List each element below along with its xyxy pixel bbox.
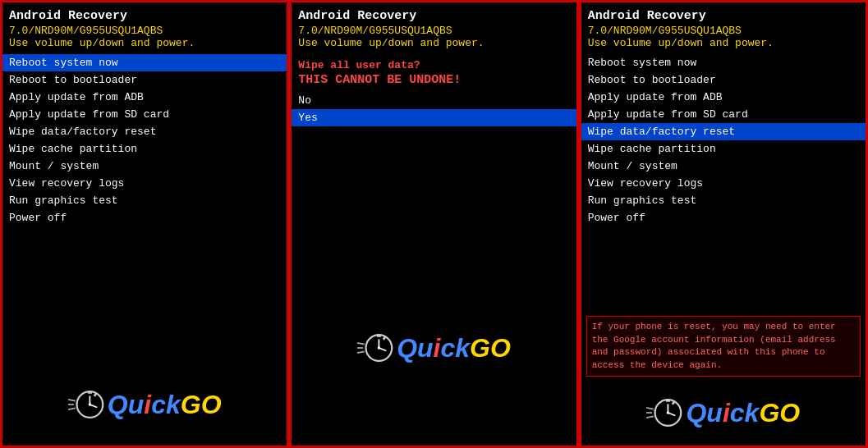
menu-item[interactable]: Wipe cache partition: [581, 140, 866, 158]
menu-item[interactable]: Wipe data/factory reset: [2, 123, 287, 140]
panel-3-menu: Reboot system now Reboot to bootloader A…: [581, 53, 866, 313]
info-box-text: If your phone is reset, you may need to …: [592, 321, 855, 372]
panel-2-header: Android Recovery 7.0/NRD90M/G955USQU1AQB…: [292, 2, 576, 53]
logo-text: QuickGO: [108, 390, 222, 420]
menu-item[interactable]: Mount / system: [2, 158, 287, 175]
clock-icon-3: [646, 395, 682, 431]
menu-item[interactable]: Apply update from SD card: [2, 106, 287, 123]
menu-item[interactable]: Reboot to bootloader: [581, 71, 866, 89]
menu-item-yes[interactable]: Yes: [292, 109, 576, 126]
svg-rect-25: [666, 400, 670, 402]
menu-item[interactable]: Wipe cache partition: [2, 140, 287, 158]
panel-2-version: 7.0/NRD90M/G955USQU1AQBS: [298, 25, 569, 37]
svg-rect-16: [377, 335, 381, 337]
menu-item-selected[interactable]: Wipe data/factory reset: [581, 123, 866, 140]
svg-line-9: [357, 343, 365, 345]
menu-item[interactable]: View recovery logs: [581, 175, 866, 192]
panel-1-menu: Reboot system now Reboot to bootloader A…: [2, 53, 287, 363]
menu-item[interactable]: Reboot to bootloader: [2, 71, 287, 89]
warning-text: Wipe all user data?: [292, 54, 576, 73]
svg-line-15: [379, 348, 387, 351]
warning-sub-text: THIS CANNOT BE UNDONE!: [292, 73, 576, 92]
panel-1-instruction: Use volume up/down and power.: [9, 37, 280, 49]
menu-item[interactable]: Power off: [2, 209, 287, 226]
logo-text-3: QuickGO: [686, 398, 800, 428]
menu-item[interactable]: Apply update from ADB: [2, 89, 287, 106]
panel-2-black-area: QuickGO: [292, 251, 576, 446]
panel-3-header: Android Recovery 7.0/NRD90M/G955USQU1AQB…: [581, 2, 866, 53]
panel-3-version: 7.0/NRD90M/G955USQU1AQBS: [588, 25, 859, 37]
quickgo-logo: QuickGO: [68, 386, 222, 423]
svg-rect-7: [88, 391, 92, 394]
info-box: If your phone is reset, you may need to …: [586, 316, 861, 377]
svg-line-6: [90, 405, 97, 408]
menu-item-no[interactable]: No: [292, 92, 576, 109]
menu-item[interactable]: Run graphics test: [2, 192, 287, 209]
menu-item[interactable]: Power off: [581, 209, 866, 226]
panel-2: Android Recovery 7.0/NRD90M/G955USQU1AQB…: [289, 0, 578, 448]
panel-3-title: Android Recovery: [588, 9, 859, 23]
panel-1-header: Android Recovery 7.0/NRD90M/G955USQU1AQB…: [2, 2, 287, 53]
svg-line-11: [357, 352, 365, 354]
panel-3: Android Recovery 7.0/NRD90M/G955USQU1AQB…: [579, 0, 868, 448]
panel-1-version: 7.0/NRD90M/G955USQU1AQBS: [9, 25, 280, 37]
panel-1-logo: QuickGO: [2, 363, 287, 446]
panel-3-instruction: Use volume up/down and power.: [588, 37, 859, 49]
menu-item[interactable]: Reboot system now: [2, 54, 287, 71]
menu-item[interactable]: Apply update from SD card: [581, 106, 866, 123]
svg-line-2: [68, 408, 76, 409]
panel-2-instruction: Use volume up/down and power.: [298, 37, 569, 49]
svg-line-20: [646, 416, 654, 418]
panel-3-logo: QuickGO: [581, 380, 866, 446]
menu-item[interactable]: Reboot system now: [581, 54, 866, 71]
svg-line-18: [646, 408, 654, 409]
menu-item[interactable]: View recovery logs: [2, 175, 287, 192]
menu-item[interactable]: Run graphics test: [581, 192, 866, 209]
clock-icon-2: [357, 330, 393, 366]
logo-text-2: QuickGO: [397, 333, 511, 363]
panel-1-title: Android Recovery: [9, 9, 280, 23]
menu-item[interactable]: Mount / system: [581, 158, 866, 175]
quickgo-logo-3: QuickGO: [646, 395, 800, 431]
panel-2-menu: Wipe all user data? THIS CANNOT BE UNDON…: [292, 53, 576, 251]
panel-2-title: Android Recovery: [298, 9, 569, 23]
quickgo-logo-2: QuickGO: [357, 330, 511, 366]
panel-1: Android Recovery 7.0/NRD90M/G955USQU1AQB…: [0, 0, 289, 448]
svg-line-24: [668, 413, 676, 416]
menu-item[interactable]: Apply update from ADB: [581, 89, 866, 106]
svg-line-0: [68, 400, 76, 401]
clock-icon: [68, 386, 104, 423]
